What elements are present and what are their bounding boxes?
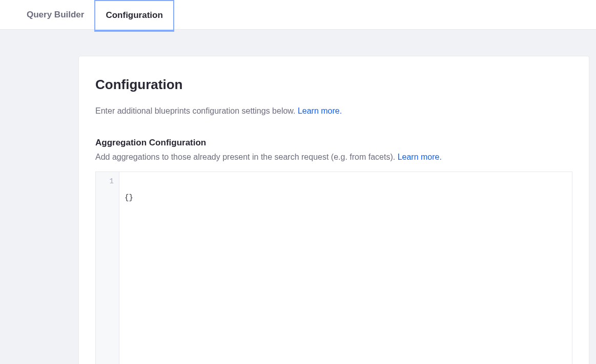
content-area: Configuration Enter additional blueprint…	[0, 30, 596, 364]
line-number: 1	[96, 176, 114, 186]
editor-content[interactable]: {}	[119, 172, 572, 364]
editor-gutter: 1	[96, 172, 119, 364]
learn-more-link[interactable]: Learn more.	[298, 106, 342, 115]
panel-description-text: Enter additional blueprints configuratio…	[95, 106, 298, 115]
panel-title: Configuration	[95, 77, 572, 93]
configuration-panel: Configuration Enter additional blueprint…	[79, 56, 589, 364]
aggregation-title: Aggregation Configuration	[95, 138, 572, 148]
code-line: {}	[125, 192, 567, 203]
tab-label: Query Builder	[27, 10, 84, 20]
tab-configuration[interactable]: Configuration	[94, 0, 174, 30]
aggregation-description: Add aggregations to those already presen…	[95, 151, 572, 163]
aggregation-code-editor[interactable]: 1 {}	[95, 172, 572, 364]
panel-description: Enter additional blueprints configuratio…	[95, 105, 572, 117]
tab-query-builder[interactable]: Query Builder	[16, 0, 94, 29]
aggregation-description-text: Add aggregations to those already presen…	[95, 153, 398, 161]
tab-bar: Query Builder Configuration	[0, 0, 596, 30]
tab-label: Configuration	[106, 10, 162, 20]
aggregation-learn-more-link[interactable]: Learn more.	[398, 153, 442, 161]
